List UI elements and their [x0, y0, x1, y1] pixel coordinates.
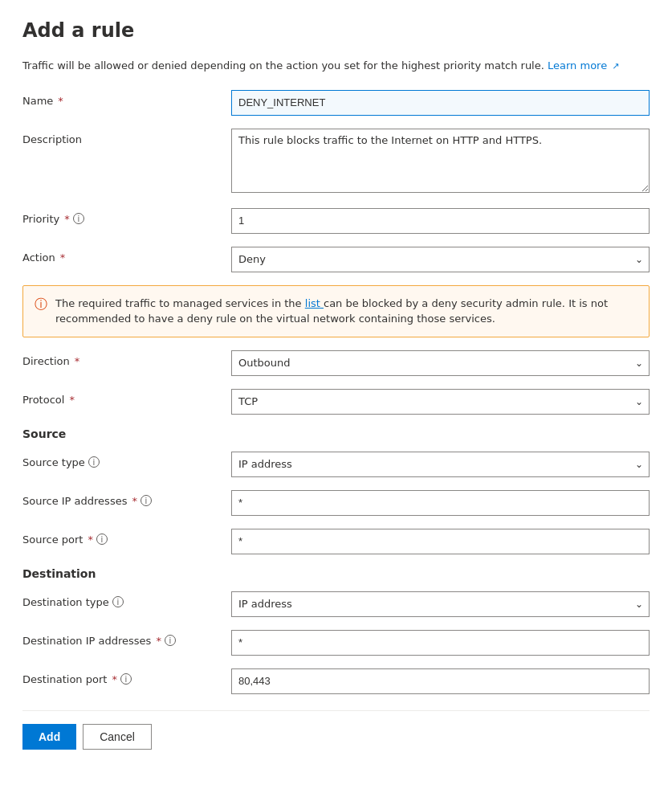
action-label: Action *: [22, 247, 231, 264]
protocol-select-wrapper: TCP ⌄: [231, 389, 650, 415]
direction-select-wrapper: Outbound ⌄: [231, 350, 650, 376]
name-label: Name *: [22, 90, 231, 107]
destination-port-required: *: [112, 673, 117, 685]
name-input[interactable]: [231, 90, 650, 116]
source-ip-row: Source IP addresses * i: [22, 490, 650, 516]
priority-input[interactable]: [231, 208, 650, 234]
name-required: *: [58, 95, 63, 107]
action-row: Action * Deny ⌄: [22, 247, 650, 272]
direction-required: *: [75, 355, 80, 367]
source-type-info-icon[interactable]: i: [88, 456, 100, 468]
destination-port-info-icon[interactable]: i: [120, 673, 132, 685]
protocol-required: *: [69, 394, 75, 406]
source-ip-input[interactable]: [231, 490, 650, 516]
source-type-field-wrapper: IP address ⌄: [231, 452, 650, 477]
source-heading: Source: [22, 427, 650, 440]
warning-icon: ⓘ: [35, 296, 47, 313]
source-ip-field-wrapper: [231, 490, 650, 516]
protocol-field-wrapper: TCP ⌄: [231, 389, 650, 415]
source-type-row: Source type i IP address ⌄: [22, 452, 650, 477]
description-input[interactable]: This rule blocks traffic to the Internet…: [231, 129, 650, 193]
destination-port-label: Destination port * i: [22, 668, 231, 685]
source-port-row: Source port * i: [22, 529, 650, 554]
destination-ip-required: *: [156, 635, 161, 647]
direction-row: Direction * Outbound ⌄: [22, 350, 650, 376]
destination-port-field-wrapper: [231, 668, 650, 694]
source-port-required: *: [88, 533, 93, 546]
add-button[interactable]: Add: [22, 724, 76, 750]
warning-text: The required traffic to managed services…: [55, 296, 637, 327]
direction-select[interactable]: Outbound: [231, 350, 650, 376]
destination-port-row: Destination port * i: [22, 668, 650, 694]
page-title: Add a rule: [22, 19, 650, 42]
external-link-icon: ↗: [612, 61, 619, 72]
name-field-wrapper: [231, 90, 650, 116]
priority-row: Priority * i: [22, 208, 650, 234]
destination-ip-label: Destination IP addresses * i: [22, 630, 231, 647]
destination-type-info-icon[interactable]: i: [112, 596, 124, 607]
description-row: Description This rule blocks traffic to …: [22, 129, 650, 195]
direction-field-wrapper: Outbound ⌄: [231, 350, 650, 376]
destination-type-field-wrapper: IP address ⌄: [231, 591, 650, 617]
destination-heading: Destination: [22, 567, 650, 580]
source-type-select-wrapper: IP address ⌄: [231, 452, 650, 477]
destination-type-row: Destination type i IP address ⌄: [22, 591, 650, 617]
source-ip-info-icon[interactable]: i: [141, 495, 152, 506]
direction-label: Direction *: [22, 350, 231, 367]
destination-ip-info-icon[interactable]: i: [165, 635, 176, 646]
destination-ip-field-wrapper: [231, 630, 650, 656]
description-label: Description: [22, 129, 231, 145]
protocol-select[interactable]: TCP: [231, 389, 650, 415]
priority-field-wrapper: [231, 208, 650, 234]
destination-type-label: Destination type i: [22, 591, 231, 608]
priority-info-icon[interactable]: i: [73, 213, 84, 224]
name-row: Name *: [22, 90, 650, 116]
source-port-field-wrapper: [231, 529, 650, 554]
source-port-label: Source port * i: [22, 529, 231, 546]
action-field-wrapper: Deny ⌄: [231, 247, 650, 272]
source-type-select[interactable]: IP address: [231, 452, 650, 477]
priority-required: *: [64, 213, 70, 225]
button-row: Add Cancel: [22, 710, 650, 750]
protocol-row: Protocol * TCP ⌄: [22, 389, 650, 415]
learn-more-link[interactable]: Learn more ↗: [548, 59, 620, 72]
destination-port-input[interactable]: [231, 668, 650, 694]
info-text: Traffic will be allowed or denied depend…: [22, 58, 650, 74]
destination-ip-input[interactable]: [231, 630, 650, 656]
destination-ip-row: Destination IP addresses * i: [22, 630, 650, 656]
priority-label: Priority * i: [22, 208, 231, 225]
source-port-info-icon[interactable]: i: [96, 533, 108, 545]
action-select[interactable]: Deny: [231, 247, 650, 272]
source-type-label: Source type i: [22, 452, 231, 468]
destination-type-select[interactable]: IP address: [231, 591, 650, 617]
warning-box: ⓘ The required traffic to managed servic…: [22, 285, 650, 337]
cancel-button[interactable]: Cancel: [83, 724, 152, 750]
destination-type-select-wrapper: IP address ⌄: [231, 591, 650, 617]
source-ip-required: *: [132, 495, 137, 507]
protocol-label: Protocol *: [22, 389, 231, 406]
description-field-wrapper: This rule blocks traffic to the Internet…: [231, 129, 650, 195]
warning-list-link[interactable]: list: [305, 297, 324, 309]
source-port-input[interactable]: [231, 529, 650, 554]
source-ip-label: Source IP addresses * i: [22, 490, 231, 507]
action-select-wrapper: Deny ⌄: [231, 247, 650, 272]
action-required: *: [60, 251, 66, 264]
